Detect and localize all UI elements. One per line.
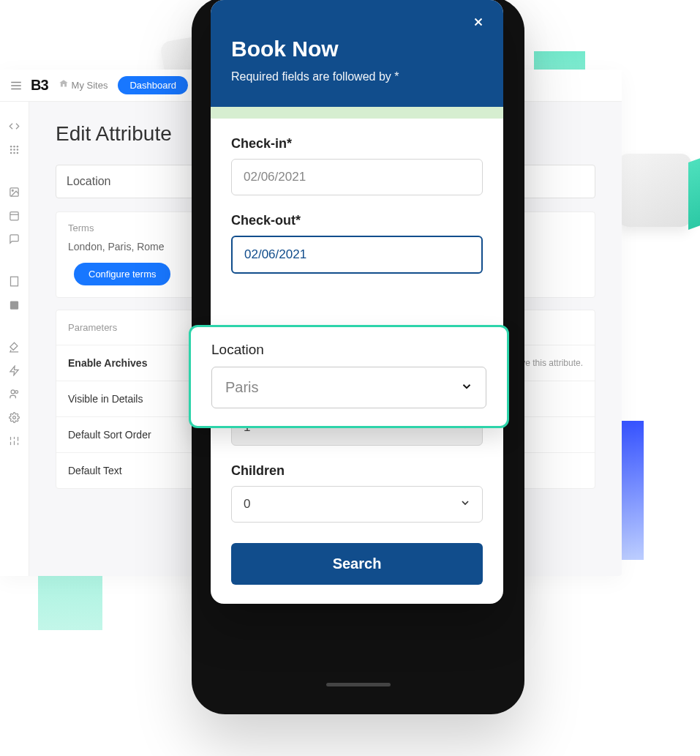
children-select[interactable]: 0 — [231, 486, 483, 523]
svg-point-8 — [17, 149, 19, 151]
checkin-input[interactable] — [231, 159, 483, 195]
modal-subtitle: Required fields are followed by * — [231, 70, 483, 83]
location-label: Location — [211, 342, 486, 358]
dashboard-pill[interactable]: Dashboard — [118, 76, 188, 94]
brand-logo: B3 — [31, 77, 48, 94]
param-label: Enable Archives — [68, 357, 147, 369]
modal-header: Book Now Required fields are followed by… — [211, 0, 503, 107]
building-icon[interactable] — [8, 274, 21, 288]
paint-icon[interactable] — [8, 340, 21, 353]
decorative-cube — [618, 154, 691, 227]
code-icon[interactable] — [8, 119, 21, 132]
gear-icon[interactable] — [8, 411, 21, 424]
svg-rect-16 — [11, 277, 18, 286]
svg-point-23 — [13, 416, 16, 419]
location-select[interactable]: Paris — [211, 367, 486, 408]
svg-point-13 — [12, 190, 13, 191]
calendar-icon[interactable] — [8, 209, 21, 222]
configure-terms-button[interactable]: Configure terms — [74, 263, 170, 285]
svg-point-22 — [15, 390, 18, 393]
location-highlight: Location Paris — [189, 325, 509, 428]
param-label: Visible in Details — [68, 393, 143, 405]
bolt-icon[interactable] — [8, 364, 21, 377]
search-button[interactable]: Search — [231, 543, 483, 585]
svg-point-3 — [10, 145, 12, 147]
booking-modal: Book Now Required fields are followed by… — [211, 0, 503, 604]
calendar2-icon[interactable] — [8, 298, 21, 311]
sliders-icon[interactable] — [8, 434, 21, 447]
sites-icon — [59, 79, 69, 91]
hamburger-icon[interactable] — [7, 77, 25, 94]
svg-point-11 — [17, 151, 19, 154]
svg-point-5 — [17, 145, 19, 147]
my-sites-label: My Sites — [72, 80, 108, 91]
checkout-label: Check-out* — [231, 213, 483, 228]
svg-marker-20 — [10, 366, 18, 375]
param-label: Default Sort Order — [68, 429, 151, 441]
param-label: Default Text — [68, 465, 122, 476]
modal-accent-bar — [211, 107, 503, 119]
chevron-down-icon — [460, 380, 473, 396]
close-button[interactable] — [470, 13, 487, 31]
admin-sidebar — [0, 102, 29, 576]
svg-point-7 — [13, 149, 15, 151]
my-sites-link[interactable]: My Sites — [59, 79, 108, 91]
children-label: Children — [231, 463, 483, 479]
svg-point-21 — [11, 389, 15, 393]
svg-point-6 — [10, 149, 12, 151]
checkin-label: Check-in* — [231, 136, 483, 151]
grid-icon[interactable] — [8, 143, 21, 156]
image-icon[interactable] — [8, 185, 21, 198]
modal-title: Book Now — [231, 37, 483, 61]
svg-point-9 — [10, 151, 12, 154]
svg-rect-19 — [10, 301, 18, 309]
svg-point-10 — [13, 151, 15, 154]
svg-point-4 — [13, 145, 15, 147]
users-icon[interactable] — [8, 387, 21, 400]
checkout-input[interactable] — [231, 236, 483, 274]
comment-icon[interactable] — [8, 232, 21, 245]
svg-rect-14 — [10, 212, 18, 220]
